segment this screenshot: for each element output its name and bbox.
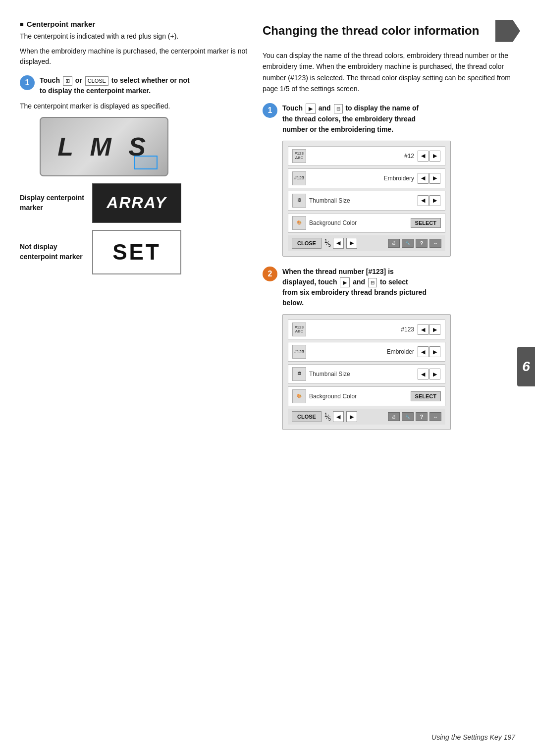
settings-row-4: 🎨 Background Color SELECT [288, 213, 445, 233]
chapter-number: 6 [522, 359, 530, 375]
lms-image: L M S [40, 117, 168, 176]
footer-text: Using the Settings Key 197 [431, 733, 515, 741]
thread-number-icon: #123 [292, 171, 306, 185]
settings-panel-2: #123ABC #123 ◀ ▶ #123 Embroider ◀ ▶ 🖼 Th… [282, 314, 451, 430]
select-button-1[interactable]: SELECT [411, 218, 441, 228]
tool-icon-2: 🔧 [402, 412, 414, 421]
step2-settings-icon[interactable]: ⊟ [368, 278, 377, 287]
nav-next-btn-2-1[interactable]: ▶ [429, 324, 440, 335]
close-button-2[interactable]: CLOSE [292, 411, 321, 422]
thread-color-abc-icon-2: #123ABC [292, 323, 306, 336]
not-display-marker-row: Not display centerpoint marker SET [20, 230, 248, 274]
centerpoint-para2: When the embroidery machine is purchased… [20, 46, 248, 67]
page-prev-btn-2[interactable]: ◀ [333, 411, 344, 422]
right-settings-icon[interactable]: ⊟ [334, 104, 343, 113]
page-fraction-1: 1⁄5 [324, 238, 331, 248]
settings-row-2-3-label: Thumbnail Size [309, 371, 414, 378]
close-icon-btn[interactable]: CLOSE [85, 76, 108, 86]
settings-footer-1: CLOSE 1⁄5 ◀ ▶ 🖨 🔧 ? ↔ [288, 235, 445, 251]
step1-circle: 1 [20, 75, 35, 90]
settings-row-2-4-label: Background Color [309, 393, 408, 400]
settings-row-2-4: 🎨 Background Color SELECT [288, 386, 445, 406]
settings-row-2-1-value: #123 [401, 326, 414, 333]
thread-number-icon-2: #123 [292, 345, 306, 359]
intro-text: You can display the name of the thread c… [263, 50, 520, 95]
nav-next-btn-1[interactable]: ▶ [429, 151, 440, 162]
array-image: ARRAY [92, 183, 181, 223]
page-next-btn-2[interactable]: ▶ [346, 411, 357, 422]
set-text: SET [112, 240, 161, 265]
page-indicator-2: 1⁄5 ◀ ▶ [324, 411, 358, 422]
settings-row-2-2: #123 Embroider ◀ ▶ [288, 342, 445, 362]
centerpoint-para1: The centerpoint is indicated with a red … [20, 31, 248, 42]
display-marker-row: Display centerpoint marker ARRAY [20, 183, 248, 223]
page-fraction-2: 1⁄5 [324, 412, 331, 422]
nav-next-btn-2-3[interactable]: ▶ [429, 369, 440, 379]
heading-text-box: Changing the thread color information [263, 20, 490, 42]
nav-prev-btn-3[interactable]: ◀ [418, 195, 428, 206]
right-step1-row: 1 Touch ▶ and ⊟ to display the name ofth… [263, 103, 520, 135]
bg-color-icon: 🎨 [292, 216, 306, 230]
settings-row-3-label: Thumbnail Size [309, 197, 414, 204]
nav-prev-btn-1[interactable]: ◀ [418, 151, 428, 162]
nav-prev-btn-2-1[interactable]: ◀ [418, 324, 428, 335]
close-button-1[interactable]: CLOSE [292, 238, 321, 249]
nav-next-btn-3[interactable]: ▶ [429, 195, 440, 206]
right-step1-text: Touch ▶ and ⊟ to display the name ofthe … [282, 103, 419, 135]
settings-footer-2: CLOSE 1⁄5 ◀ ▶ 🖨 🔧 ? ↔ [288, 409, 445, 425]
bg-color-icon-2: 🎨 [292, 389, 306, 403]
settings-row-2-1: #123ABC #123 ◀ ▶ [288, 320, 445, 339]
display-marker-label: Display centerpoint marker [20, 193, 84, 213]
nav-prev-btn-2-3[interactable]: ◀ [418, 369, 428, 379]
tool-icon-1: 🔧 [402, 239, 414, 248]
array-text: ARRAY [107, 194, 166, 212]
nav-prev-btn-2[interactable]: ◀ [418, 173, 428, 184]
settings-row-2: #123 Embroidery ◀ ▶ [288, 168, 445, 188]
not-display-marker-label: Not display centerpoint marker [20, 242, 84, 262]
machine-icon-2: 🖨 [388, 412, 400, 421]
thumbnail-icon: 🖼 [292, 194, 306, 208]
step1-subtext: The centerpoint marker is displayed as s… [20, 101, 248, 112]
left-step1-row: 1 Touch ⊞ or CLOSE to select whether or … [20, 75, 248, 96]
right-step2-text: When the thread number [#123] is display… [282, 267, 427, 309]
machine-icon-1: 🖨 [388, 239, 400, 248]
section-heading-title: Changing the thread color information [263, 24, 490, 38]
section-heading: Changing the thread color information [263, 20, 520, 42]
grid-icon[interactable]: ⊞ [63, 76, 72, 86]
section-title: Centerpoint marker [20, 20, 248, 28]
settings-row-2-2-value: Embroider [387, 348, 414, 355]
help-icon-1: ? [416, 239, 428, 248]
page-indicator-1: 1⁄5 ◀ ▶ [324, 238, 358, 249]
help-icon-2: ? [416, 412, 428, 421]
right-step1-circle: 1 [263, 103, 277, 118]
page-prev-btn-1[interactable]: ◀ [333, 238, 344, 249]
nav-next-btn-2-2[interactable]: ▶ [429, 346, 440, 357]
thumbnail-icon-2: 🖼 [292, 367, 306, 381]
step2-arrow-icon[interactable]: ▶ [340, 277, 350, 288]
bottom-icons-2: 🖨 🔧 ? ↔ [388, 412, 441, 421]
settings-row-2-3: 🖼 Thumbnail Size ◀ ▶ [288, 364, 445, 384]
select-button-2[interactable]: SELECT [411, 391, 441, 401]
nav-next-btn-2[interactable]: ▶ [429, 173, 440, 184]
right-column: Changing the thread color information Yo… [263, 20, 520, 726]
settings-panel-1: #123ABC #12 ◀ ▶ #123 Embroidery ◀ ▶ 🖼 Th… [282, 141, 451, 257]
right-step2-row: 2 When the thread number [#123] is displ… [263, 267, 520, 309]
settings-row-2-value: Embroidery [384, 175, 414, 182]
arrows-icon-1: ↔ [429, 239, 441, 248]
step1-text: Touch ⊞ or CLOSE to select whether or no… [40, 75, 190, 96]
nav-prev-btn-2-2[interactable]: ◀ [418, 346, 428, 357]
set-image: SET [92, 230, 181, 274]
right-step2-circle: 2 [263, 267, 277, 281]
lms-selection-box [134, 156, 158, 169]
page-next-btn-1[interactable]: ▶ [346, 238, 357, 249]
thread-color-abc-icon: #123ABC [292, 149, 306, 163]
settings-row-1-value: #12 [404, 153, 414, 160]
bottom-icons-1: 🖨 🔧 ? ↔ [388, 239, 441, 248]
right-arrow-icon[interactable]: ▶ [306, 104, 316, 114]
chapter-tab: 6 [517, 347, 535, 386]
settings-row-1: #123ABC #12 ◀ ▶ [288, 146, 445, 166]
heading-arrow-decoration [495, 20, 520, 42]
settings-row-3: 🖼 Thumbnail Size ◀ ▶ [288, 191, 445, 211]
left-column: Centerpoint marker The centerpoint is in… [20, 20, 248, 726]
settings-row-4-label: Background Color [309, 219, 408, 226]
